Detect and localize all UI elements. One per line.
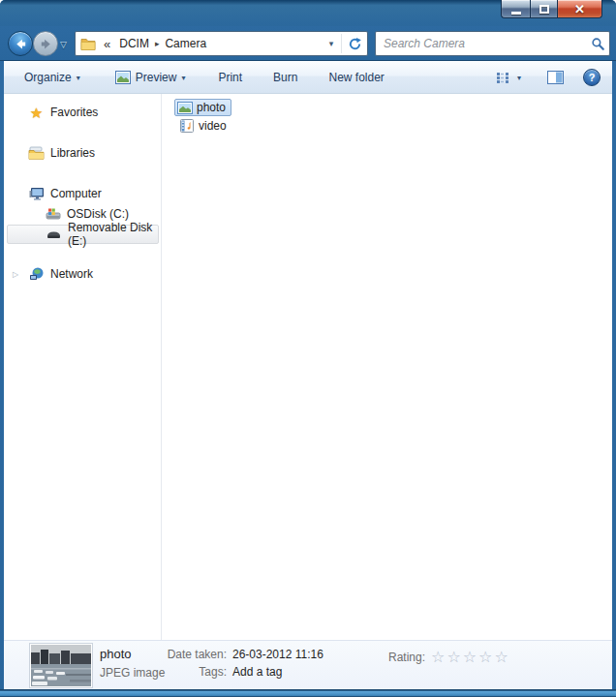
date-taken-row: Date taken: 26-03-2012 11:16	[165, 648, 323, 661]
tags-add-field[interactable]: Add a tag	[232, 665, 282, 679]
system-drive-icon	[45, 208, 61, 221]
network-icon	[28, 267, 45, 281]
change-view-button[interactable]: ▾	[489, 68, 528, 88]
star-icon[interactable]: ☆	[447, 649, 462, 665]
expander-icon[interactable]: ▷	[13, 270, 18, 279]
command-bar: Organize ▾ Preview ▾ Print Burn New fold…	[4, 61, 612, 94]
file-label: photo	[197, 101, 226, 114]
search-icon[interactable]	[586, 37, 609, 51]
maximize-icon	[539, 5, 549, 14]
refresh-button[interactable]	[342, 32, 367, 55]
video-file-icon	[180, 119, 195, 133]
folder-icon	[80, 37, 96, 50]
sidebar-item-label: Removable Disk (E:)	[68, 221, 158, 248]
removable-drive-icon	[46, 229, 62, 239]
file-label: video	[199, 119, 227, 133]
navigation-bar: ▽ « DCIM ▸ Camera ▾	[0, 26, 616, 61]
minimize-button[interactable]	[501, 0, 530, 18]
rating-stars[interactable]: ☆☆☆☆☆	[431, 648, 510, 666]
preview-label: Preview	[136, 71, 177, 84]
back-arrow-icon	[14, 37, 28, 51]
explorer-window: ✕ ▽ « DCIM ▸ Camera	[0, 0, 616, 697]
preview-image-icon	[115, 71, 131, 84]
address-bar[interactable]: « DCIM ▸ Camera ▾	[75, 31, 368, 56]
refresh-icon	[348, 37, 362, 51]
close-icon: ✕	[574, 1, 585, 17]
search-box	[375, 31, 610, 56]
preview-pane-button[interactable]	[540, 67, 570, 88]
address-dropdown-button[interactable]: ▾	[322, 39, 341, 48]
date-taken-label: Date taken:	[165, 648, 227, 661]
toolbar-right-group: ▾ ?	[489, 61, 601, 94]
help-icon: ?	[589, 72, 596, 83]
image-file-icon	[177, 102, 193, 114]
thumbnail-image	[31, 645, 91, 686]
file-item-video-target[interactable]: video	[177, 117, 231, 135]
computer-monitor-icon	[28, 187, 45, 200]
views-icon	[496, 72, 510, 84]
breadcrumb-segment-dcim[interactable]: DCIM	[114, 37, 154, 50]
chevron-down-icon: ▾	[77, 74, 80, 82]
date-taken-value: 26-03-2012 11:16	[232, 648, 323, 661]
burn-button[interactable]: Burn	[266, 67, 304, 88]
sidebar-item-label: Libraries	[50, 146, 95, 160]
tags-row: Tags: Add a tag	[165, 665, 323, 679]
sidebar-item-computer[interactable]: Computer	[4, 184, 161, 203]
rating-label: Rating:	[388, 651, 425, 664]
sidebar-item-label: Network	[50, 267, 93, 281]
window-controls: ✕	[501, 0, 602, 18]
forward-button[interactable]	[33, 31, 58, 56]
recent-pages-dropdown[interactable]: ▽	[60, 40, 67, 49]
burn-label: Burn	[273, 71, 297, 84]
title-bar[interactable]: ✕	[0, 0, 616, 26]
photo-thumbnail[interactable]	[29, 643, 93, 688]
breadcrumb-segment-camera[interactable]: Camera	[160, 37, 211, 50]
file-item-video: video	[162, 115, 612, 136]
breadcrumb-overflow[interactable]: «	[104, 37, 110, 51]
chevron-down-icon: ▾	[181, 74, 185, 82]
star-icon[interactable]: ☆	[431, 649, 447, 665]
help-button[interactable]: ?	[583, 69, 601, 86]
sidebar-item-removable-disk-e[interactable]: Removable Disk (E:)	[7, 225, 159, 244]
sidebar-item-label: Favorites	[50, 106, 98, 119]
client-area: Organize ▾ Preview ▾ Print Burn New fold…	[4, 61, 612, 689]
new-folder-label: New folder	[328, 71, 384, 84]
print-label: Print	[218, 71, 242, 84]
sidebar-item-favorites[interactable]: ★ Favorites	[4, 103, 161, 122]
close-button[interactable]: ✕	[558, 0, 602, 18]
new-folder-button[interactable]: New folder	[322, 67, 390, 88]
minimize-icon	[511, 12, 521, 15]
selected-file-name: photo	[100, 647, 132, 661]
details-fields: Date taken: 26-03-2012 11:16 Tags: Add a…	[165, 648, 323, 682]
explorer-body: ★ Favorites Libraries	[4, 94, 612, 640]
sidebar-item-label: OSDisk (C:)	[67, 207, 129, 221]
navigation-pane: ★ Favorites Libraries	[4, 94, 161, 640]
star-icon[interactable]: ☆	[494, 649, 509, 665]
maximize-button[interactable]	[530, 0, 558, 18]
tags-label: Tags:	[165, 665, 227, 679]
window-bottom-frame	[0, 689, 616, 697]
sidebar-item-libraries[interactable]: Libraries	[4, 143, 161, 163]
star-icon[interactable]: ☆	[463, 649, 478, 665]
preview-pane-icon	[547, 71, 564, 84]
star-icon: ★	[28, 106, 45, 120]
organize-label: Organize	[24, 71, 72, 84]
details-pane: photo JPEG image Date taken: 26-03-2012 …	[4, 640, 612, 689]
file-list[interactable]: photo video	[162, 94, 612, 640]
star-icon[interactable]: ☆	[478, 649, 494, 665]
sidebar-item-network[interactable]: ▷ Network	[4, 264, 161, 284]
forward-arrow-icon	[39, 37, 53, 51]
back-button[interactable]	[8, 31, 33, 56]
sidebar-item-label: Computer	[50, 187, 102, 200]
search-input[interactable]	[376, 37, 586, 50]
libraries-folder-icon	[28, 146, 45, 160]
chevron-down-icon: ▾	[517, 74, 521, 82]
preview-button[interactable]: Preview ▾	[108, 67, 193, 88]
organize-button[interactable]: Organize ▾	[17, 67, 87, 88]
file-item-photo: photo	[162, 94, 612, 115]
rating-row: Rating: ☆☆☆☆☆	[388, 648, 510, 666]
selected-file-type: JPEG image	[100, 666, 165, 680]
file-item-photo-selected[interactable]: photo	[174, 99, 231, 116]
print-button[interactable]: Print	[211, 67, 249, 88]
